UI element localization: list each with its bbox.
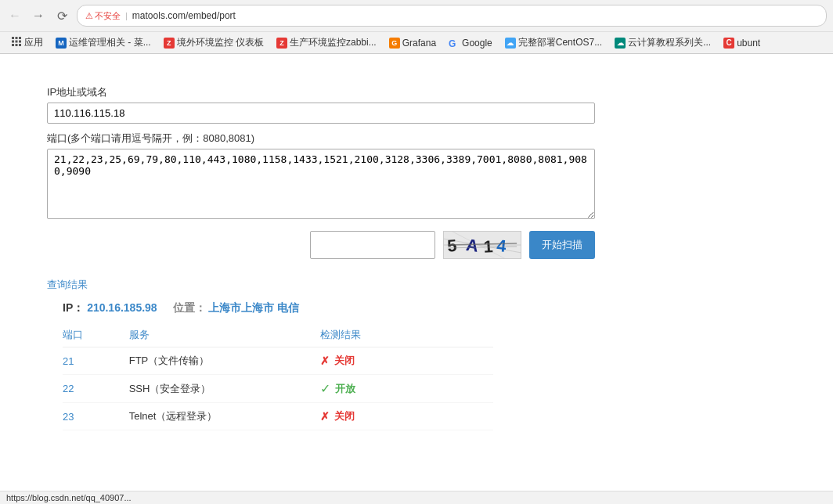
- url-text: matools.com/embed/port: [132, 10, 236, 21]
- result-ip: 210.16.185.98: [87, 301, 157, 314]
- apps-icon: [11, 36, 22, 49]
- svg-text:5: 5: [446, 236, 459, 256]
- bookmark-grafana-icon: G: [389, 38, 400, 49]
- bookmark-apps[interactable]: 应用: [6, 34, 48, 51]
- bookmark-grafana[interactable]: G Grafana: [384, 36, 441, 50]
- bookmark-1[interactable]: M 运维管理相关 - 菜...: [51, 34, 156, 51]
- bookmark-cloud[interactable]: ☁ 云计算教程系列关...: [610, 34, 716, 51]
- cell-service: SSH（安全登录）: [129, 375, 320, 403]
- svg-rect-3: [12, 41, 14, 43]
- scan-button[interactable]: 开始扫描: [529, 231, 595, 259]
- location-label: 位置：: [173, 301, 206, 314]
- security-warning: ⚠ 不安全: [85, 10, 121, 22]
- status-label: 关闭: [334, 409, 355, 423]
- browser-chrome: ← → ⟳ ⚠ 不安全 | matools.com/embed/port: [0, 0, 833, 54]
- query-result-title: 查询结果: [47, 278, 786, 292]
- x-icon: ✗: [320, 410, 330, 423]
- bookmark-2-label: 境外环境监控 仪表板: [177, 36, 264, 49]
- svg-text:1: 1: [483, 236, 493, 257]
- col-port: 端口: [63, 323, 129, 347]
- ip-field-group: IP地址或域名: [47, 85, 595, 124]
- bookmark-1-label: 运维管理相关 - 菜...: [69, 36, 151, 49]
- svg-text:G: G: [449, 38, 456, 49]
- bookmark-google[interactable]: G Google: [444, 36, 497, 50]
- port-field-group: 端口(多个端口请用逗号隔开，例：8080,8081) 21,22,23,25,6…: [47, 131, 595, 221]
- bookmark-centos-icon: ☁: [505, 38, 516, 49]
- svg-rect-4: [16, 41, 18, 43]
- table-row: 21FTP（文件传输）✗关闭: [63, 347, 493, 375]
- bookmark-ubuntu[interactable]: C ubunt: [719, 36, 765, 50]
- svg-rect-0: [12, 37, 14, 39]
- x-icon: ✗: [320, 355, 330, 367]
- bookmark-centos[interactable]: ☁ 完整部署CentOS7...: [500, 34, 607, 51]
- bookmark-1-icon: M: [56, 38, 67, 49]
- svg-rect-7: [16, 44, 18, 46]
- table-row: 23Telnet（远程登录）✗关闭: [63, 403, 493, 430]
- cell-service: Telnet（远程登录）: [129, 403, 320, 430]
- ip-input[interactable]: [47, 103, 595, 124]
- port-label: 端口(多个端口请用逗号隔开，例：8080,8081): [47, 131, 595, 146]
- browser-nav: ← → ⟳ ⚠ 不安全 | matools.com/embed/port: [0, 0, 833, 31]
- ip-info: IP： 210.16.185.98 位置： 上海市上海市 电信: [63, 301, 786, 315]
- captcha-image[interactable]: 5 A 1 4: [443, 231, 521, 259]
- ip-prefix: IP：: [63, 301, 84, 314]
- col-service: 服务: [129, 323, 320, 347]
- bookmark-cloud-icon: ☁: [615, 38, 626, 49]
- bookmark-cloud-label: 云计算教程系列关...: [628, 36, 711, 49]
- cell-port: 21: [63, 347, 129, 375]
- bookmark-apps-label: 应用: [24, 36, 43, 49]
- bookmark-2-icon: Z: [164, 38, 175, 49]
- cell-status: ✗关闭: [320, 403, 493, 430]
- svg-rect-6: [12, 44, 14, 46]
- table-row: 22SSH（安全登录）✓开放: [63, 375, 493, 403]
- back-button[interactable]: ←: [6, 7, 23, 24]
- table-header-row: 端口 服务 检测结果: [63, 323, 493, 347]
- svg-rect-1: [16, 37, 18, 39]
- bookmarks-bar: 应用 M 运维管理相关 - 菜... Z 境外环境监控 仪表板 Z 生产环境监控…: [0, 31, 833, 53]
- refresh-button[interactable]: ⟳: [53, 7, 70, 24]
- warning-icon: ⚠: [85, 11, 93, 21]
- status-label: 开放: [335, 382, 355, 396]
- captcha-input[interactable]: [310, 231, 435, 259]
- bookmark-2[interactable]: Z 境外环境监控 仪表板: [159, 34, 269, 51]
- bookmark-google-icon: G: [449, 38, 460, 49]
- svg-rect-8: [19, 44, 21, 46]
- address-bar[interactable]: ⚠ 不安全 | matools.com/embed/port: [77, 5, 827, 27]
- address-separator: |: [125, 11, 128, 20]
- cell-status: ✗关闭: [320, 347, 493, 375]
- captcha-row: 5 A 1 4 开始扫描: [47, 231, 595, 259]
- cell-port: 22: [63, 375, 129, 403]
- result-section: IP： 210.16.185.98 位置： 上海市上海市 电信 端口 服务 检测…: [47, 301, 786, 430]
- check-icon: ✓: [320, 381, 330, 396]
- forward-button[interactable]: →: [30, 7, 47, 24]
- svg-rect-5: [19, 41, 21, 43]
- status-label: 关闭: [334, 354, 355, 368]
- bookmark-ubuntu-label: ubunt: [737, 38, 760, 49]
- port-input[interactable]: 21,22,23,25,69,79,80,110,443,1080,1158,1…: [47, 149, 595, 219]
- result-table: 端口 服务 检测结果 21FTP（文件传输）✗关闭22SSH（安全登录）✓开放2…: [63, 323, 493, 430]
- cell-service: FTP（文件传输）: [129, 347, 320, 375]
- bookmark-ubuntu-icon: C: [723, 38, 734, 49]
- bookmark-3-label: 生产环境监控zabbi...: [290, 36, 377, 49]
- bookmark-grafana-label: Grafana: [402, 38, 436, 49]
- svg-rect-2: [19, 37, 21, 39]
- form-section: IP地址或域名 端口(多个端口请用逗号隔开，例：8080,8081) 21,22…: [47, 85, 595, 259]
- bookmark-centos-label: 完整部署CentOS7...: [518, 36, 602, 49]
- page-content: IP地址或域名 端口(多个端口请用逗号隔开，例：8080,8081) 21,22…: [0, 54, 833, 462]
- cell-port: 23: [63, 403, 129, 430]
- bookmark-google-label: Google: [462, 38, 492, 49]
- cell-status: ✓开放: [320, 375, 493, 403]
- bookmark-3[interactable]: Z 生产环境监控zabbi...: [272, 34, 381, 51]
- ip-label: IP地址或域名: [47, 85, 595, 99]
- bookmark-3-icon: Z: [276, 38, 287, 49]
- col-status: 检测结果: [320, 323, 493, 347]
- location-value: 上海市上海市 电信: [208, 301, 299, 314]
